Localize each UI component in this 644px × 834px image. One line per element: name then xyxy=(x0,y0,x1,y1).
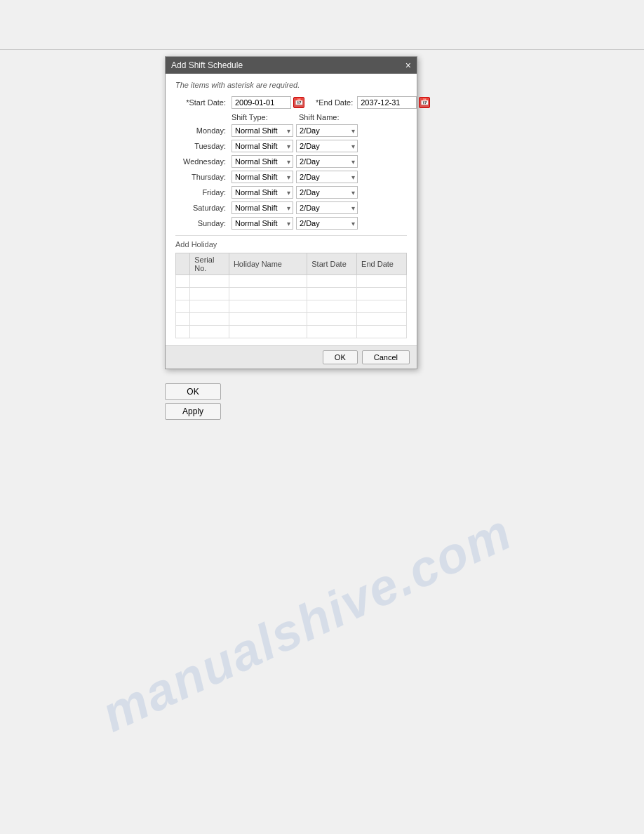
holiday-serial-header: Serial No. xyxy=(190,253,229,275)
wednesday-shift-name-select[interactable]: 2/Day 3/Day Night xyxy=(296,155,358,168)
tuesday-label: Tuesday: xyxy=(175,142,232,150)
holiday-end-3 xyxy=(357,300,407,313)
watermark: manualshive.com xyxy=(93,503,520,743)
friday-shift-name-select[interactable]: 2/Day 3/Day Night xyxy=(296,186,358,199)
dialog-footer: OK Cancel xyxy=(166,345,417,369)
holiday-end-4 xyxy=(357,313,407,326)
shift-type-header: Shift Type: xyxy=(232,113,296,121)
monday-shift-name-wrapper: 2/Day 3/Day Night xyxy=(296,124,358,137)
friday-label: Friday: xyxy=(175,188,232,197)
page-divider xyxy=(0,49,644,50)
holiday-table: Serial No. Holiday Name Start Date End D… xyxy=(175,253,407,338)
holiday-section-title: Add Holiday xyxy=(175,240,407,249)
saturday-shift-type-select[interactable]: Normal Shift Flexible Shift Custom Shift xyxy=(232,201,293,214)
shift-headers: Shift Type: Shift Name: xyxy=(232,113,407,121)
sunday-shift-type-wrapper: Normal Shift Flexible Shift Custom Shift xyxy=(232,217,293,230)
holiday-start-4 xyxy=(307,313,357,326)
sunday-selects: Normal Shift Flexible Shift Custom Shift… xyxy=(232,217,358,230)
date-row: *Start Date: *End Date: xyxy=(175,96,407,109)
holiday-serial-2 xyxy=(190,288,229,300)
friday-shift-type-wrapper: Normal Shift Flexible Shift Custom Shift xyxy=(232,186,293,199)
saturday-row: Saturday: Normal Shift Flexible Shift Cu… xyxy=(175,201,407,214)
holiday-start-1 xyxy=(307,275,357,288)
holiday-name-5 xyxy=(229,326,307,338)
holiday-start-2 xyxy=(307,288,357,300)
holiday-check-header xyxy=(176,253,190,275)
tuesday-shift-name-select[interactable]: 2/Day 3/Day Night xyxy=(296,140,358,152)
holiday-serial-1 xyxy=(190,275,229,288)
holiday-check-5 xyxy=(176,326,190,338)
holiday-serial-3 xyxy=(190,300,229,313)
sunday-shift-type-select[interactable]: Normal Shift Flexible Shift Custom Shift xyxy=(232,217,293,230)
holiday-start-date-header: Start Date xyxy=(307,253,357,275)
monday-selects: Normal Shift Flexible Shift Custom Shift… xyxy=(232,124,358,137)
holiday-start-5 xyxy=(307,326,357,338)
table-row xyxy=(176,288,407,300)
apply-button[interactable]: Apply xyxy=(165,403,221,420)
tuesday-row: Tuesday: Normal Shift Flexible Shift Cus… xyxy=(175,140,407,152)
wednesday-shift-type-wrapper: Normal Shift Flexible Shift Custom Shift xyxy=(232,155,293,168)
sunday-row: Sunday: Normal Shift Flexible Shift Cust… xyxy=(175,217,407,230)
table-row xyxy=(176,300,407,313)
saturday-label: Saturday: xyxy=(175,204,232,212)
saturday-shift-type-wrapper: Normal Shift Flexible Shift Custom Shift xyxy=(232,201,293,214)
holiday-end-2 xyxy=(357,288,407,300)
holiday-check-4 xyxy=(176,313,190,326)
table-row xyxy=(176,326,407,338)
holiday-name-header: Holiday Name xyxy=(229,253,307,275)
add-shift-schedule-dialog: Add Shift Schedule × The items with aste… xyxy=(165,56,417,369)
holiday-start-3 xyxy=(307,300,357,313)
ok-button[interactable]: OK xyxy=(165,383,221,400)
friday-shift-name-wrapper: 2/Day 3/Day Night xyxy=(296,186,358,199)
thursday-shift-name-select[interactable]: 2/Day 3/Day Night xyxy=(296,171,358,183)
dialog-body: The items with asterisk are required. *S… xyxy=(166,74,417,345)
holiday-table-header-row: Serial No. Holiday Name Start Date End D… xyxy=(176,253,407,275)
friday-shift-type-select[interactable]: Normal Shift Flexible Shift Custom Shift xyxy=(232,186,293,199)
monday-label: Monday: xyxy=(175,126,232,135)
saturday-selects: Normal Shift Flexible Shift Custom Shift… xyxy=(232,201,358,214)
tuesday-shift-type-select[interactable]: Normal Shift Flexible Shift Custom Shift xyxy=(232,140,293,152)
dialog-ok-button[interactable]: OK xyxy=(323,350,358,364)
thursday-row: Thursday: Normal Shift Flexible Shift Cu… xyxy=(175,171,407,183)
monday-shift-name-select[interactable]: 2/Day 3/Day Night xyxy=(296,124,358,137)
dialog-title: Add Shift Schedule xyxy=(171,60,243,70)
monday-row: Monday: Normal Shift Flexible Shift Cust… xyxy=(175,124,407,137)
shift-name-header: Shift Name: xyxy=(299,113,363,121)
dialog-close-button[interactable]: × xyxy=(405,60,411,70)
holiday-name-1 xyxy=(229,275,307,288)
wednesday-selects: Normal Shift Flexible Shift Custom Shift… xyxy=(232,155,358,168)
saturday-shift-name-select[interactable]: 2/Day 3/Day Night xyxy=(296,201,358,214)
sunday-shift-name-select[interactable]: 2/Day 3/Day Night xyxy=(296,217,358,230)
sunday-label: Sunday: xyxy=(175,219,232,227)
holiday-section: Add Holiday Serial No. Holiday Name Star… xyxy=(175,235,407,338)
holiday-check-1 xyxy=(176,275,190,288)
wednesday-row: Wednesday: Normal Shift Flexible Shift C… xyxy=(175,155,407,168)
friday-selects: Normal Shift Flexible Shift Custom Shift… xyxy=(232,186,358,199)
holiday-name-2 xyxy=(229,288,307,300)
tuesday-shift-name-wrapper: 2/Day 3/Day Night xyxy=(296,140,358,152)
action-buttons: OK Apply xyxy=(165,383,221,420)
start-date-input[interactable] xyxy=(232,96,291,109)
holiday-check-3 xyxy=(176,300,190,313)
wednesday-label: Wednesday: xyxy=(175,157,232,166)
dialog-cancel-button[interactable]: Cancel xyxy=(362,350,410,364)
holiday-name-3 xyxy=(229,300,307,313)
thursday-shift-name-wrapper: 2/Day 3/Day Night xyxy=(296,171,358,183)
holiday-end-date-header: End Date xyxy=(357,253,407,275)
start-date-calendar-icon[interactable] xyxy=(293,97,304,108)
end-date-group: *End Date: xyxy=(316,96,430,109)
wednesday-shift-type-select[interactable]: Normal Shift Flexible Shift Custom Shift xyxy=(232,155,293,168)
end-date-calendar-icon[interactable] xyxy=(419,97,430,108)
friday-row: Friday: Normal Shift Flexible Shift Cust… xyxy=(175,186,407,199)
monday-shift-type-select[interactable]: Normal Shift Flexible Shift Custom Shift xyxy=(232,124,293,137)
holiday-end-1 xyxy=(357,275,407,288)
end-date-input[interactable] xyxy=(357,96,417,109)
dialog-titlebar: Add Shift Schedule × xyxy=(166,57,417,74)
required-note: The items with asterisk are required. xyxy=(175,81,407,89)
holiday-name-4 xyxy=(229,313,307,326)
holiday-end-5 xyxy=(357,326,407,338)
thursday-shift-type-select[interactable]: Normal Shift Flexible Shift Custom Shift xyxy=(232,171,293,183)
holiday-serial-5 xyxy=(190,326,229,338)
thursday-label: Thursday: xyxy=(175,173,232,181)
end-date-label: *End Date: xyxy=(316,98,353,107)
